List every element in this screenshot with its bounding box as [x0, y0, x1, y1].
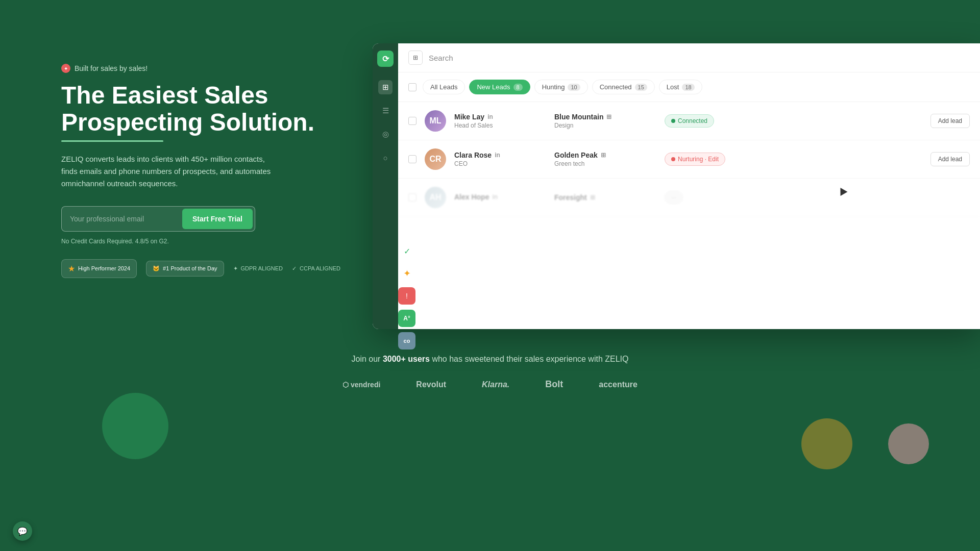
star-icon: ★ [68, 264, 75, 273]
notification-float-icon[interactable]: ! [398, 287, 415, 305]
ccpa-label: CCPA ALIGNED [300, 265, 340, 271]
lead-info-alex: Alex Hope in [454, 193, 546, 202]
sidebar-icon-grid[interactable]: ⊞ [378, 80, 393, 94]
hero-title-line2: Prospecting Solution. [61, 109, 314, 136]
tab-new-leads-label: New Leads [477, 83, 510, 91]
gdpr-badge: ✦ GDPR ALIGNED [233, 265, 283, 272]
tab-hunting-label: Hunting [542, 83, 565, 91]
company-icon-mike[interactable]: ⊞ [606, 113, 611, 120]
select-all-checkbox[interactable] [408, 83, 416, 91]
lead-company-clara: Golden Peak ⊞ Green tech [554, 151, 656, 167]
lead-avatar-mike: ML [425, 110, 446, 132]
ccpa-badge: ✓ CCPA ALIGNED [292, 265, 340, 272]
hero-tag-text: Built for sales by sales! [75, 64, 148, 72]
producthunt-badge: 🐱 #1 Product of the Day [146, 261, 224, 277]
g2-badge-label: High Performer 2024 [78, 265, 130, 271]
lead-title-clara: CEO [454, 160, 546, 167]
brand-revolut: Revolut [416, 380, 446, 389]
tab-hunting-count: 10 [568, 84, 580, 91]
start-trial-button[interactable]: Start Free Trial [182, 209, 253, 229]
no-credit-text: No Credit Cards Required. 4.8/5 on G2. [61, 238, 342, 245]
company-name-mike: Blue Mountain ⊞ [554, 113, 656, 121]
top-bar [0, 0, 980, 28]
tab-lost[interactable]: Lost 18 [659, 80, 702, 94]
brand-bolt: Bolt [545, 379, 563, 390]
status-badge-mike: Connected [665, 114, 714, 128]
sidebar-icon-list[interactable]: ☰ [378, 104, 393, 118]
lead-name-clara: Clara Rose in [454, 151, 546, 159]
tab-new-leads-count: 8 [513, 84, 523, 91]
tab-new-leads[interactable]: New Leads 8 [469, 80, 530, 94]
lead-avatar-clara: CR [425, 148, 446, 170]
app-logo[interactable]: ⟳ [377, 51, 394, 67]
app-main-content: ⊞ Search All Leads New Leads 8 Hunting [398, 43, 980, 329]
join-prefix: Join our [352, 355, 381, 363]
star-float-icon[interactable]: ✦ [398, 265, 415, 282]
company-type-mike: Design [554, 122, 656, 129]
sidebar-icon-chat[interactable]: ◎ [378, 127, 393, 141]
lead-row-mike: ML Mike Lay in Head of Sales Blue Mounta… [398, 102, 980, 140]
brand-accenture: accenture [599, 380, 638, 389]
check-float-icon[interactable]: ✓ [398, 242, 415, 260]
chat-bubble[interactable]: 💬 [13, 521, 32, 541]
lead-company-mike: Blue Mountain ⊞ Design [554, 113, 656, 129]
tab-connected[interactable]: Connected 15 [592, 80, 655, 94]
lead-status-mike: Connected [665, 114, 726, 128]
add-lead-button-mike[interactable]: Add lead [930, 114, 970, 128]
company-icon-clara[interactable]: ⊞ [601, 152, 606, 159]
app-panel: ✓ ✦ ! A° co ⟳ ⊞ ☰ ◎ ○ ⊞ Search [373, 43, 980, 329]
hero-title-line1: The Easiest Sales [61, 82, 268, 109]
linkedin-icon-alex: in [492, 193, 498, 201]
status-badge-alex: ··· [665, 191, 683, 204]
ph-badge-label: #1 Product of the Day [163, 265, 217, 271]
lead-status-alex: ··· [665, 191, 726, 204]
user-count: 3000+ users [383, 355, 430, 363]
status-badge-clara: Nurturing · Edit [665, 153, 725, 166]
brand-vendredi: ⬡ vendredi [342, 381, 380, 389]
hero-tag: ✦ Built for sales by sales! [61, 64, 342, 73]
deco-circle-pink [888, 423, 929, 464]
lead-company-alex: Foresight ⊞ [554, 193, 656, 202]
linkedin-icon-mike[interactable]: in [487, 113, 493, 120]
sidebar-icon-search[interactable]: ○ [378, 151, 393, 165]
lead-row-clara: CR Clara Rose in CEO Golden Peak ⊞ [398, 140, 980, 179]
status-dot-mike [671, 119, 675, 123]
gdpr-label: GDPR ALIGNED [241, 265, 283, 271]
lead-title-mike: Head of Sales [454, 122, 546, 129]
add-lead-button-clara[interactable]: Add lead [930, 152, 970, 166]
tab-lost-label: Lost [667, 83, 679, 91]
linkedin-icon-clara[interactable]: in [495, 152, 500, 159]
lead-checkbox-clara[interactable] [408, 155, 416, 163]
lead-row-alex: AH Alex Hope in Foresight ⊞ [398, 179, 980, 217]
ph-icon: 🐱 [153, 265, 160, 272]
tab-hunting[interactable]: Hunting 10 [534, 80, 588, 94]
hero-underline [61, 140, 163, 142]
gdpr-icon: ✦ [233, 265, 238, 272]
profile-float-icon[interactable]: A° [398, 310, 415, 327]
lead-name-alex: Alex Hope in [454, 193, 546, 201]
app-header: ⊞ Search [398, 43, 980, 72]
hero-title: The Easiest Sales Prospecting Solution. [61, 82, 342, 136]
join-suffix: who has sweetened their sales experience… [432, 355, 628, 363]
app-sidebar: ⟳ ⊞ ☰ ◎ ○ [373, 43, 398, 329]
sidebar-floats: ✓ ✦ ! A° co [398, 242, 415, 349]
email-input[interactable] [62, 209, 180, 229]
lead-name-mike: Mike Lay in [454, 113, 546, 121]
layout-icon[interactable]: ⊞ [408, 51, 423, 65]
hero-description: ZELIQ converts leads into clients with 4… [61, 153, 276, 190]
filter-tabs: All Leads New Leads 8 Hunting 10 Connect… [398, 72, 980, 102]
user-float-icon[interactable]: co [398, 332, 415, 349]
tab-all-leads[interactable]: All Leads [423, 80, 465, 94]
status-label-mike: Connected [678, 117, 707, 124]
lead-avatar-alex: AH [425, 187, 446, 208]
lead-checkbox-mike[interactable] [408, 117, 416, 125]
leads-list: ML Mike Lay in Head of Sales Blue Mounta… [398, 102, 980, 329]
deco-circle-right [801, 418, 852, 469]
tab-connected-count: 15 [635, 84, 647, 91]
tab-connected-label: Connected [600, 83, 632, 91]
join-text: Join our 3000+ users who has sweetened t… [0, 355, 980, 364]
lead-info-clara: Clara Rose in CEO [454, 151, 546, 167]
tab-lost-count: 18 [682, 84, 694, 91]
g2-badge: ★ High Performer 2024 [61, 259, 137, 278]
brand-klarna: Klarna. [482, 380, 509, 389]
